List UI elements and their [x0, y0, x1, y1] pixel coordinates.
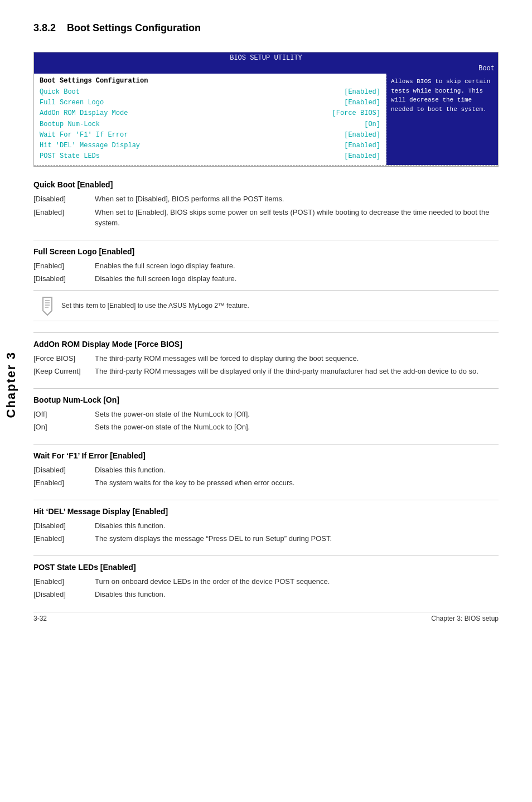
bios-row-label: Wait For 'F1' If Error — [40, 130, 128, 141]
post-state-heading: POST State LEDs [Enabled] — [33, 563, 499, 572]
divider-2 — [33, 332, 499, 333]
chapter-label: Chapter 3 — [4, 351, 18, 418]
content-label: [Off] — [33, 409, 95, 420]
content-row: [Off]Sets the power-on state of the NumL… — [33, 409, 499, 420]
bios-row-label: POST State LEDs — [40, 151, 100, 162]
bios-row: Wait For 'F1' If Error[Enabled] — [40, 130, 380, 141]
chapter-sidebar: Chapter 3 — [0, 323, 22, 446]
content-desc: Turn on onboard device LEDs in the order… — [95, 576, 499, 587]
bios-row-value: [Enabled] — [344, 141, 380, 151]
bios-ui-box: BIOS SETUP UTILITY Boot Boot Settings Co… — [33, 52, 499, 167]
bios-body: Boot Settings Configuration Quick Boot[E… — [34, 74, 498, 165]
bios-row-value: [Enabled] — [344, 87, 380, 98]
addon-rom-items: [Force BIOS]The third-party ROM messages… — [33, 353, 499, 377]
full-screen-logo-heading: Full Screen Logo [Enabled] — [33, 247, 499, 256]
divider-4 — [33, 444, 499, 445]
content-label: [On] — [33, 422, 95, 433]
content-row: [Enabled]Turn on onboard device LEDs in … — [33, 576, 499, 587]
quick-boot-section: Quick Boot [Enabled] [Disabled]When set … — [33, 180, 499, 229]
content-desc: Enables the full screen logo display fea… — [95, 260, 499, 272]
bios-row-label: Full Screen Logo — [40, 98, 104, 108]
section-title: Boot Settings Configuration — [67, 22, 201, 34]
bios-rows: Quick Boot[Enabled]Full Screen Logo[Enab… — [40, 87, 380, 162]
note-icon — [33, 295, 61, 316]
bootup-numlock-heading: Bootup Num-Lock [On] — [33, 395, 499, 404]
bios-row: Hit 'DEL' Message Display[Enabled] — [40, 141, 380, 151]
bios-left-panel: Boot Settings Configuration Quick Boot[E… — [34, 74, 386, 165]
post-state-items: [Enabled]Turn on onboard device LEDs in … — [33, 576, 499, 600]
bios-row-value: [Enabled] — [344, 98, 380, 108]
content-label: [Force BIOS] — [33, 353, 95, 364]
quick-boot-heading: Quick Boot [Enabled] — [33, 180, 499, 189]
divider-5 — [33, 500, 499, 500]
content-desc: When set to [Disabled], BIOS performs al… — [95, 194, 499, 205]
content-desc: Disables this function. — [95, 589, 499, 600]
bios-row-value: [Enabled] — [344, 130, 380, 141]
content-row: [Enabled]When set to [Enabled], BIOS ski… — [33, 207, 499, 229]
content-desc: The third-party ROM messages will be for… — [95, 353, 499, 364]
content-label: [Enabled] — [33, 533, 95, 544]
addon-rom-heading: AddOn ROM Display Mode [Force BIOS] — [33, 340, 499, 349]
content-desc: The third-party ROM messages will be dis… — [95, 366, 499, 377]
content-row: [Disabled]Disables this function. — [33, 465, 499, 476]
page-footer: 3-32 Chapter 3: BIOS setup — [33, 612, 499, 622]
note-text: Set this item to [Enabled] to use the AS… — [61, 302, 499, 310]
full-screen-logo-section: Full Screen Logo [Enabled] [Enabled]Enab… — [33, 247, 499, 321]
bios-header: BIOS SETUP UTILITY — [34, 52, 498, 64]
content-desc: Disables the full screen logo display fe… — [95, 273, 499, 284]
divider-3 — [33, 388, 499, 389]
content-row: [Disabled]Disables the full screen logo … — [33, 273, 499, 284]
bios-row: Bootup Num-Lock[On] — [40, 119, 380, 130]
svg-marker-0 — [43, 297, 52, 315]
bios-section-label: Boot Settings Configuration — [40, 77, 380, 85]
bootup-numlock-section: Bootup Num-Lock [On] [Off]Sets the power… — [33, 395, 499, 433]
content-desc: When set to [Enabled], BIOS skips some p… — [95, 207, 499, 229]
content-row: [Disabled]Disables this function. — [33, 589, 499, 600]
content-label: [Disabled] — [33, 589, 95, 600]
content-row: [Disabled]Disables this function. — [33, 520, 499, 532]
section-heading: 3.8.2 Boot Settings Configuration — [33, 22, 499, 43]
bios-footer — [34, 165, 498, 166]
hit-del-items: [Disabled]Disables this function.[Enable… — [33, 520, 499, 544]
content-row: [Enabled]The system displays the message… — [33, 533, 499, 544]
bios-row-label: AddOn ROM Display Mode — [40, 108, 128, 119]
page-container: Chapter 3 3.8.2 Boot Settings Configurat… — [0, 0, 532, 634]
bios-help-panel: Allows BIOS to skip certain tests while … — [386, 74, 498, 165]
bios-row: POST State LEDs[Enabled] — [40, 151, 380, 162]
bios-row-value: [Force BIOS] — [332, 108, 380, 119]
content-desc: Disables this function. — [95, 465, 499, 476]
content-label: [Disabled] — [33, 465, 95, 476]
content-label: [Enabled] — [33, 260, 95, 272]
content-label: [Keep Current] — [33, 366, 95, 377]
content-row: [Force BIOS]The third-party ROM messages… — [33, 353, 499, 364]
content-desc: Sets the power-on state of the NumLock t… — [95, 422, 499, 433]
content-row: [Keep Current]The third-party ROM messag… — [33, 366, 499, 377]
hit-del-heading: Hit ‘DEL’ Message Display [Enabled] — [33, 507, 499, 516]
content-label: [Enabled] — [33, 576, 95, 587]
post-state-section: POST State LEDs [Enabled] [Enabled]Turn … — [33, 563, 499, 600]
hit-del-section: Hit ‘DEL’ Message Display [Enabled] [Dis… — [33, 507, 499, 544]
content-desc: Disables this function. — [95, 520, 499, 532]
content-label: [Disabled] — [33, 520, 95, 532]
content-desc: The system waits for the key to be press… — [95, 477, 499, 489]
bios-row: AddOn ROM Display Mode[Force BIOS] — [40, 108, 380, 119]
bios-tab: Boot — [34, 64, 498, 74]
divider-6 — [33, 555, 499, 556]
content-desc: The system displays the message “Press D… — [95, 533, 499, 544]
full-screen-logo-items: [Enabled]Enables the full screen logo di… — [33, 260, 499, 284]
section-number: 3.8.2 — [33, 22, 56, 34]
content-desc: Sets the power-on state of the NumLock t… — [95, 409, 499, 420]
bios-row-label: Quick Boot — [40, 87, 80, 98]
footer-chapter-title: Chapter 3: BIOS setup — [431, 615, 499, 622]
content-label: [Enabled] — [33, 207, 95, 229]
pencil-icon — [38, 295, 56, 316]
content-row: [Enabled]The system waits for the key to… — [33, 477, 499, 489]
bios-row-value: [On] — [364, 119, 380, 130]
content-label: [Disabled] — [33, 194, 95, 205]
content-row: [On]Sets the power-on state of the NumLo… — [33, 422, 499, 433]
bios-row: Quick Boot[Enabled] — [40, 87, 380, 98]
addon-rom-section: AddOn ROM Display Mode [Force BIOS] [For… — [33, 340, 499, 377]
wait-f1-heading: Wait For ‘F1’ If Error [Enabled] — [33, 451, 499, 460]
content-label: [Enabled] — [33, 477, 95, 489]
note-box: Set this item to [Enabled] to use the AS… — [33, 290, 499, 321]
